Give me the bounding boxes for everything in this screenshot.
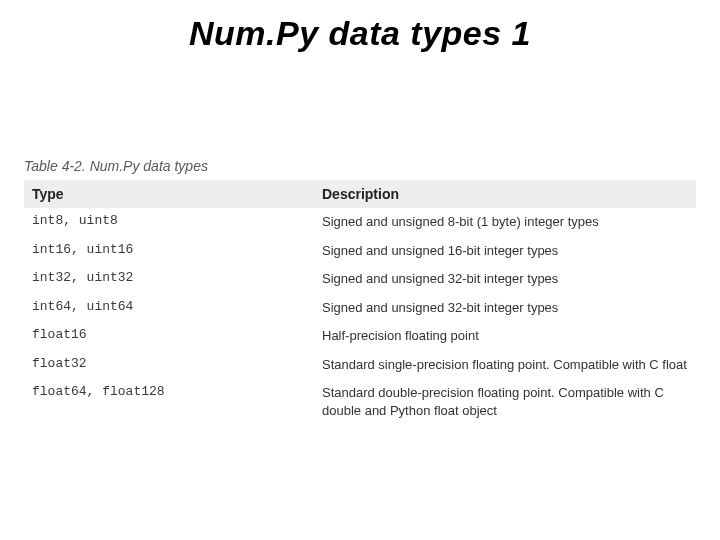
table-row: float32 Standard single-precision floati…	[24, 351, 696, 380]
cell-desc: Half-precision floating point	[314, 327, 696, 345]
table-row: int64, uint64 Signed and unsigned 32-bit…	[24, 294, 696, 323]
cell-type: int64, uint64	[24, 299, 314, 317]
col-header-type: Type	[24, 180, 314, 208]
table-row: float64, float128 Standard double-precis…	[24, 379, 696, 427]
data-types-table: Type Description int8, uint8 Signed and …	[24, 180, 696, 427]
table-row: int8, uint8 Signed and unsigned 8-bit (1…	[24, 208, 696, 237]
slide: Num.Py data types 1 Table 4-2. Num.Py da…	[0, 0, 720, 540]
cell-type: int8, uint8	[24, 213, 314, 231]
cell-desc: Signed and unsigned 16-bit integer types	[314, 242, 696, 260]
cell-desc: Signed and unsigned 8-bit (1 byte) integ…	[314, 213, 696, 231]
cell-type: int16, uint16	[24, 242, 314, 260]
cell-desc: Standard double-precision floating point…	[314, 384, 696, 419]
cell-type: int32, uint32	[24, 270, 314, 288]
cell-type: float64, float128	[24, 384, 314, 419]
cell-type: float16	[24, 327, 314, 345]
cell-desc: Signed and unsigned 32-bit integer types	[314, 299, 696, 317]
cell-desc: Standard single-precision floating point…	[314, 356, 696, 374]
table-header-row: Type Description	[24, 180, 696, 208]
table-row: int32, uint32 Signed and unsigned 32-bit…	[24, 265, 696, 294]
table-caption: Table 4-2. Num.Py data types	[24, 158, 208, 174]
page-title: Num.Py data types 1	[0, 14, 720, 53]
table-row: float16 Half-precision floating point	[24, 322, 696, 351]
col-header-description: Description	[314, 180, 696, 208]
cell-type: float32	[24, 356, 314, 374]
table-row: int16, uint16 Signed and unsigned 16-bit…	[24, 237, 696, 266]
cell-desc: Signed and unsigned 32-bit integer types	[314, 270, 696, 288]
